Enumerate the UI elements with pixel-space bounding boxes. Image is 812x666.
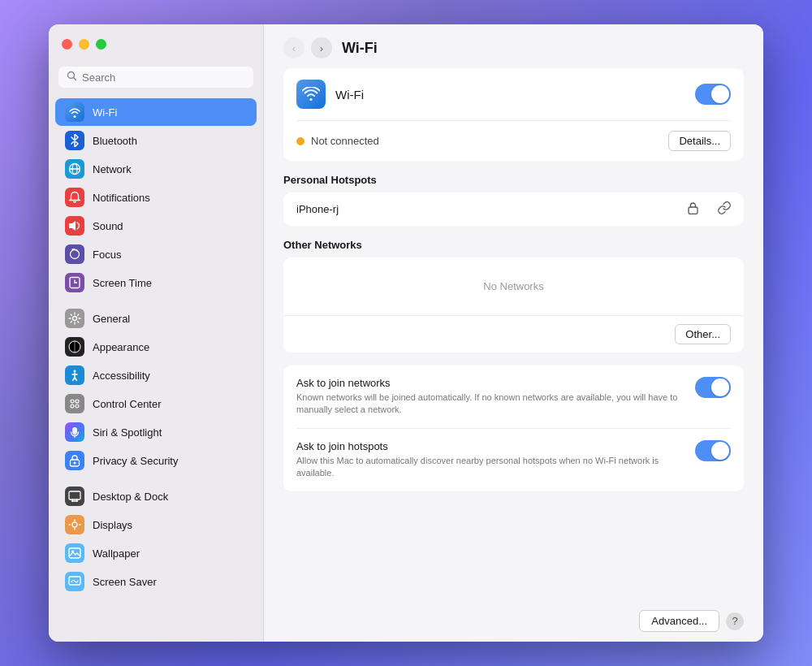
svg-point-19 — [76, 404, 79, 408]
focus-icon — [65, 244, 84, 264]
status-dot — [296, 137, 304, 145]
hotspot-name: iPhone-rj — [296, 203, 681, 215]
general-icon — [65, 309, 84, 328]
sidebar-item-siri[interactable]: Siri & Spotlight — [55, 418, 257, 446]
details-button[interactable]: Details... — [668, 131, 731, 151]
svg-point-18 — [71, 404, 74, 408]
advanced-button[interactable]: Advanced... — [639, 610, 719, 632]
link-icon — [718, 201, 731, 217]
ask-join-row: Ask to join networks Known networks will… — [283, 365, 744, 428]
hotspot-row: iPhone-rj — [283, 192, 744, 226]
other-button[interactable]: Other... — [675, 324, 731, 344]
sidebar-item-wifi-label: Wi-Fi — [93, 106, 117, 119]
svg-line-15 — [75, 378, 77, 381]
sidebar-item-network-label: Network — [93, 163, 132, 175]
privacy-icon — [65, 451, 84, 470]
svg-point-16 — [71, 400, 74, 403]
sidebar-item-displays[interactable]: Displays — [55, 511, 257, 538]
siri-icon — [65, 422, 84, 442]
page-title: Wi-Fi — [342, 40, 378, 57]
sidebar-item-screensaver[interactable]: Screen Saver — [55, 568, 257, 595]
screentime-icon — [65, 273, 84, 292]
sidebar-item-screentime[interactable]: Screen Time — [55, 269, 257, 296]
svg-point-27 — [72, 522, 77, 527]
search-icon — [67, 71, 77, 84]
sidebar: Wi-Fi Bluetooth — [49, 24, 264, 642]
no-networks-text: No Networks — [483, 280, 543, 292]
svg-point-17 — [76, 400, 79, 403]
sidebar-item-sound[interactable]: Sound — [55, 212, 257, 240]
wifi-header-row: Wi-Fi — [283, 68, 744, 120]
close-button[interactable] — [62, 39, 72, 50]
svg-rect-35 — [689, 207, 698, 214]
sidebar-item-sound-label: Sound — [93, 220, 123, 232]
sidebar-item-wifi[interactable]: Wi-Fi — [55, 98, 257, 126]
sidebar-list: Wi-Fi Bluetooth — [49, 97, 263, 642]
sidebar-item-appearance-label: Appearance — [93, 341, 149, 353]
other-btn-row: Other... — [283, 316, 744, 352]
ask-join-label: Ask to join networks — [296, 377, 685, 389]
svg-rect-32 — [69, 548, 80, 558]
other-networks-card: No Networks Other... — [283, 257, 744, 352]
ask-hotspots-label: Ask to join hotspots — [296, 440, 685, 452]
wallpaper-icon — [65, 543, 84, 563]
appearance-icon — [65, 337, 84, 357]
wifi-toggle-label: Wi-Fi — [335, 88, 685, 102]
notifications-icon — [65, 188, 84, 207]
sidebar-item-controlcenter[interactable]: Control Center — [55, 390, 257, 417]
sidebar-item-desktop-label: Desktop & Dock — [93, 491, 168, 503]
sidebar-item-bluetooth-label: Bluetooth — [93, 135, 137, 147]
sidebar-item-general[interactable]: General — [55, 305, 257, 332]
wifi-toggle[interactable] — [695, 84, 731, 105]
svg-marker-5 — [69, 221, 76, 231]
sidebar-item-network[interactable]: Network — [55, 155, 257, 183]
ask-hotspots-toggle[interactable] — [695, 440, 731, 461]
sidebar-item-appearance[interactable]: Appearance — [55, 333, 257, 361]
sidebar-item-general-label: General — [93, 313, 130, 325]
search-input[interactable] — [82, 71, 245, 84]
sidebar-item-siri-label: Siri & Spotlight — [93, 426, 162, 439]
controlcenter-icon — [65, 394, 84, 413]
content-area: Wi-Fi Not connected Details... Personal … — [264, 68, 763, 600]
bottom-bar: Advanced... ? — [264, 600, 763, 642]
wifi-card: Wi-Fi Not connected Details... — [283, 68, 744, 161]
status-row: Not connected Details... — [283, 121, 744, 161]
maximize-button[interactable] — [96, 39, 106, 50]
sidebar-item-bluetooth[interactable]: Bluetooth — [55, 127, 257, 154]
sidebar-item-desktop[interactable]: Desktop & Dock — [55, 482, 257, 510]
bluetooth-icon — [65, 131, 84, 150]
sidebar-item-focus[interactable]: Focus — [55, 240, 257, 268]
ask-join-card: Ask to join networks Known networks will… — [283, 365, 744, 491]
no-networks-inner: No Networks — [283, 257, 744, 316]
screensaver-icon — [65, 572, 84, 591]
accessibility-icon — [65, 365, 84, 385]
forward-button[interactable]: › — [311, 37, 332, 58]
displays-icon — [65, 515, 84, 534]
window-controls — [62, 39, 106, 50]
svg-point-22 — [74, 462, 76, 465]
sidebar-item-notifications[interactable]: Notifications — [55, 184, 257, 211]
network-icon — [65, 159, 84, 179]
sidebar-item-privacy-label: Privacy & Security — [93, 455, 178, 467]
minimize-button[interactable] — [79, 39, 89, 50]
ask-join-text: Ask to join networks Known networks will… — [296, 377, 685, 417]
help-button[interactable]: ? — [726, 612, 744, 630]
ask-join-toggle[interactable] — [695, 377, 731, 398]
svg-point-11 — [74, 370, 76, 373]
search-box[interactable] — [58, 67, 253, 88]
desktop-icon — [65, 487, 84, 506]
main-content: ‹ › Wi-Fi Wi-Fi — [264, 24, 763, 642]
sidebar-item-accessibility[interactable]: Accessibility — [55, 361, 257, 389]
sidebar-item-privacy[interactable]: Privacy & Security — [55, 447, 257, 474]
lock-icon — [688, 201, 698, 217]
svg-rect-23 — [69, 491, 80, 500]
sound-icon — [65, 216, 84, 236]
connection-status: Not connected — [311, 135, 662, 147]
back-button[interactable]: ‹ — [283, 37, 304, 58]
hotspots-card: iPhone-rj — [283, 192, 744, 226]
svg-point-9 — [73, 317, 77, 321]
ask-hotspots-text: Ask to join hotspots Allow this Mac to a… — [296, 440, 685, 480]
title-bar: ‹ › Wi-Fi — [264, 24, 763, 68]
ask-join-desc: Known networks will be joined automatica… — [296, 391, 685, 417]
sidebar-item-wallpaper[interactable]: Wallpaper — [55, 539, 257, 567]
